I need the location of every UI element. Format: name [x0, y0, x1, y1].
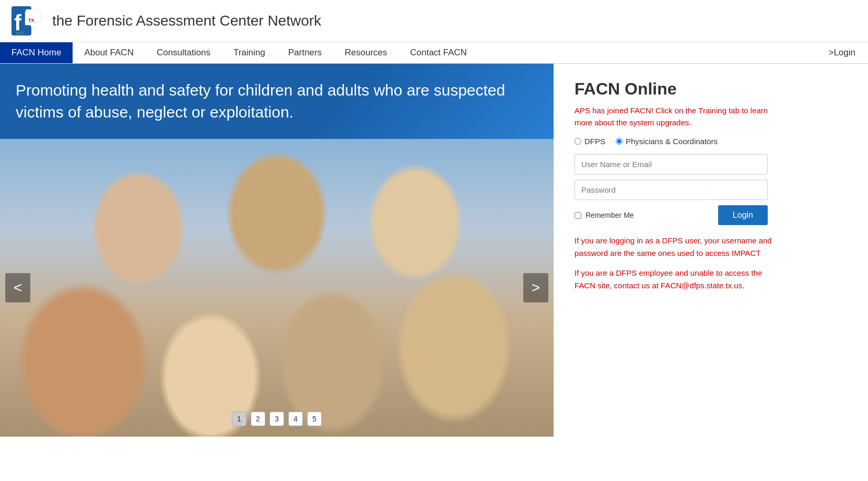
- remember-me-label[interactable]: Remember Me: [574, 211, 634, 219]
- nav-item-home[interactable]: FACN Home: [0, 42, 73, 63]
- aps-notice: APS has joined FACN! Click on the Traini…: [574, 105, 773, 128]
- nav-item-contact[interactable]: Contact FACN: [398, 42, 478, 63]
- radio-physicians[interactable]: Physicians & Coordinators: [616, 137, 718, 146]
- slide-dot-4[interactable]: 4: [288, 412, 303, 426]
- slide-prev-button[interactable]: <: [5, 273, 30, 302]
- nav-item-training[interactable]: Training: [222, 42, 277, 63]
- password-input[interactable]: [574, 180, 768, 200]
- site-title: the Forensic Assessment Center Network: [52, 13, 321, 29]
- main-navbar: FACN Home About FACN Consultations Train…: [0, 42, 868, 64]
- remember-me-checkbox[interactable]: [574, 212, 581, 219]
- facn-logo-icon: f TX acn: [10, 5, 47, 37]
- svg-text:TX: TX: [28, 18, 34, 23]
- slide-dot-1[interactable]: 1: [232, 412, 247, 426]
- main-container: Promoting health and safety for children…: [0, 64, 868, 437]
- slide-dot-5[interactable]: 5: [307, 412, 322, 426]
- employee-info-text: If you are a DFPS employee and unable to…: [574, 267, 773, 292]
- page-header: f TX acn the Forensic Assessment Center …: [0, 0, 868, 42]
- nav-login-link[interactable]: >Login: [816, 42, 868, 63]
- dfps-info-text: If you are logging in as a DFPS user, yo…: [574, 234, 773, 260]
- login-type-radio-group: DFPS Physicians & Coordinators: [574, 137, 852, 146]
- radio-dfps-input[interactable]: [574, 138, 581, 145]
- radio-physicians-input[interactable]: [616, 138, 623, 145]
- nav-item-partners[interactable]: Partners: [277, 42, 333, 63]
- remember-me-text: Remember Me: [585, 211, 634, 219]
- login-panel: FACN Online APS has joined FACN! Click o…: [554, 64, 868, 437]
- nav-item-about[interactable]: About FACN: [73, 42, 145, 63]
- logo-area: f TX acn the Forensic Assessment Center …: [10, 5, 321, 37]
- slide-dots: 1 2 3 4 5: [232, 412, 322, 426]
- radio-dfps-label: DFPS: [584, 137, 605, 146]
- radio-physicians-label: Physicians & Coordinators: [626, 137, 718, 146]
- remember-login-row: Remember Me Login: [574, 205, 768, 225]
- left-panel: Promoting health and safety for children…: [0, 64, 554, 437]
- nav-item-resources[interactable]: Resources: [333, 42, 398, 63]
- radio-dfps[interactable]: DFPS: [574, 137, 605, 146]
- facn-online-title: FACN Online: [574, 79, 852, 99]
- svg-text:acn: acn: [16, 30, 24, 36]
- hero-banner: Promoting health and safety for children…: [0, 64, 554, 139]
- username-input[interactable]: [574, 154, 768, 174]
- slide-next-button[interactable]: >: [523, 273, 548, 302]
- slide-dot-3[interactable]: 3: [269, 412, 284, 426]
- nav-item-consultations[interactable]: Consultations: [145, 42, 222, 63]
- slideshow: < > 1 2 3 4 5: [0, 139, 554, 437]
- slideshow-image: [0, 139, 554, 437]
- hero-text: Promoting health and safety for children…: [16, 79, 533, 123]
- slide-dot-2[interactable]: 2: [251, 412, 265, 426]
- login-button[interactable]: Login: [718, 205, 768, 225]
